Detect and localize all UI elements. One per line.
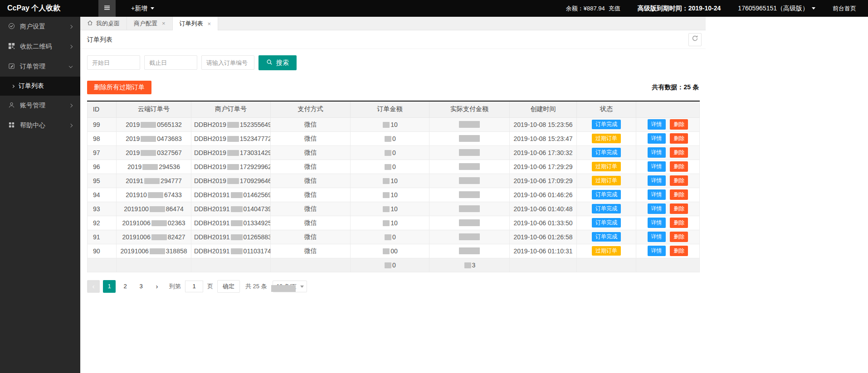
delete-button[interactable]: 删除 [670, 232, 688, 242]
order-amount: 10 [390, 191, 398, 199]
pay-method: 微信 [304, 177, 317, 184]
delete-button[interactable]: 删除 [670, 218, 688, 228]
delete-button[interactable]: 删除 [670, 189, 688, 200]
detail-button[interactable]: 详情 [648, 189, 666, 200]
sidebar-item-help-center[interactable]: 帮助中心 [0, 116, 80, 136]
create-time: 2019-10-06 01:26:58 [514, 233, 573, 241]
page-size-select[interactable]: 10 条/页 [273, 281, 307, 292]
order-amount: 0 [392, 233, 396, 241]
page-button-1[interactable]: 1 [103, 280, 116, 293]
redaction [383, 220, 390, 226]
qrcode-icon [8, 43, 15, 51]
order-id: 93 [93, 205, 100, 213]
detail-button[interactable]: 详情 [648, 147, 666, 158]
delete-button[interactable]: 删除 [670, 161, 688, 172]
pay-method: 微信 [304, 205, 317, 212]
sidebar-item-order-list[interactable]: 订单列表 [0, 77, 80, 96]
delete-button[interactable]: 删除 [670, 246, 688, 256]
redaction [459, 149, 480, 156]
order-amount: 10 [390, 205, 398, 213]
delete-button[interactable]: 删除 [670, 147, 688, 158]
create-time: 2019-10-06 17:09:29 [514, 177, 573, 184]
redaction [383, 122, 390, 128]
table-header-row: ID 云端订单号 商户订单号 支付方式 订单金额 实际支付金额 创建时间 状态 [88, 101, 700, 117]
order-id: 96 [93, 163, 100, 170]
detail-button[interactable]: 详情 [648, 133, 666, 144]
redaction [231, 206, 243, 212]
recharge-link[interactable]: 充值 [609, 5, 620, 13]
confirm-button[interactable]: 确定 [217, 280, 240, 293]
page-button-2[interactable]: 2 [119, 280, 132, 293]
detail-button[interactable]: 详情 [648, 246, 666, 256]
search-form: 搜索 [80, 49, 706, 70]
start-date-input[interactable] [87, 55, 140, 70]
hamburger-button[interactable] [98, 0, 116, 17]
sidebar-item-order-management[interactable]: 订单管理 [0, 57, 80, 77]
delete-button[interactable]: 删除 [670, 203, 688, 214]
detail-button[interactable]: 详情 [648, 119, 666, 130]
order-amount: 0 [392, 163, 396, 170]
detail-button[interactable]: 详情 [648, 218, 666, 228]
table-row: 92 2019100602363 DDBH201910133492523 微信 … [88, 216, 700, 230]
close-icon[interactable]: × [162, 20, 166, 27]
total-count-text: 共有数据：25 条 [652, 83, 699, 92]
delete-button[interactable]: 删除 [670, 119, 688, 130]
table-row: 90 20191006318858 DDBH201910110317472 微信… [88, 244, 700, 258]
table-row: 96 2019294536 DDBH20191729299624 微信 0 20… [88, 160, 700, 174]
caret-down-icon [151, 7, 154, 10]
sidebar-item-qrcode[interactable]: 收款二维码 [0, 37, 80, 57]
add-new-dropdown[interactable]: +新增 [131, 5, 154, 13]
redaction [231, 220, 243, 226]
status-badge: 过期订单 [592, 162, 621, 171]
header-pay-method: 支付方式 [271, 101, 351, 117]
app-logo: CcPay 个人收款 [0, 4, 80, 13]
delete-expired-button[interactable]: 删除所有过期订单 [87, 81, 151, 94]
refresh-button[interactable] [688, 33, 702, 46]
pay-method: 微信 [304, 247, 317, 254]
sidebar-item-account-management[interactable]: 账号管理 [0, 96, 80, 116]
redaction [459, 191, 480, 198]
delete-button[interactable]: 删除 [670, 133, 688, 144]
sidebar-item-merchant-settings[interactable]: 商户设置 [0, 17, 80, 37]
order-id: 99 [93, 121, 100, 128]
detail-button[interactable]: 详情 [648, 175, 666, 186]
chevron-right-icon [69, 45, 73, 48]
page-button-3[interactable]: 3 [135, 280, 147, 293]
redaction [227, 122, 239, 128]
redaction [271, 285, 296, 292]
close-icon[interactable]: × [208, 20, 211, 27]
tab-merchant-config[interactable]: 商户配置 × [127, 17, 173, 30]
detail-button[interactable]: 详情 [648, 161, 666, 172]
redaction [385, 164, 391, 170]
order-id: 92 [93, 219, 100, 227]
next-page-button[interactable]: › [151, 280, 163, 293]
redaction [150, 206, 165, 212]
redaction [385, 262, 391, 268]
table-row: 94 20191067433 DDBH201910146256929 微信 10… [88, 188, 700, 202]
end-date-input[interactable] [144, 55, 197, 70]
pay-method: 微信 [304, 135, 317, 142]
summary-row: 0 3 [88, 258, 700, 272]
header-merchant-order: 商户订单号 [191, 101, 271, 117]
redaction [141, 150, 156, 156]
detail-button[interactable]: 详情 [648, 203, 666, 214]
order-number-input[interactable] [201, 55, 254, 70]
redaction [231, 192, 243, 198]
account-dropdown[interactable]: 17605965151（高级版） [738, 5, 815, 13]
goto-page-input[interactable] [185, 281, 203, 292]
front-home-link[interactable]: 前台首页 [833, 5, 856, 13]
header-id: ID [88, 101, 117, 117]
search-icon [266, 59, 273, 67]
create-time: 2019-10-06 01:10:31 [514, 247, 573, 255]
card-header: 订单列表 [80, 30, 706, 49]
header-actual-amount: 实际支付金额 [429, 101, 510, 117]
tab-desktop[interactable]: 我的桌面 [80, 17, 127, 30]
table-row: 95 20191294777 DDBH20191709296465 微信 10 … [88, 174, 700, 188]
prev-page-button[interactable]: ‹ [87, 280, 100, 293]
detail-button[interactable]: 详情 [648, 232, 666, 242]
delete-button[interactable]: 删除 [670, 175, 688, 186]
redaction [459, 121, 480, 128]
tab-order-list[interactable]: 订单列表 × [173, 17, 219, 30]
redaction [148, 192, 163, 198]
search-button[interactable]: 搜索 [258, 55, 297, 70]
